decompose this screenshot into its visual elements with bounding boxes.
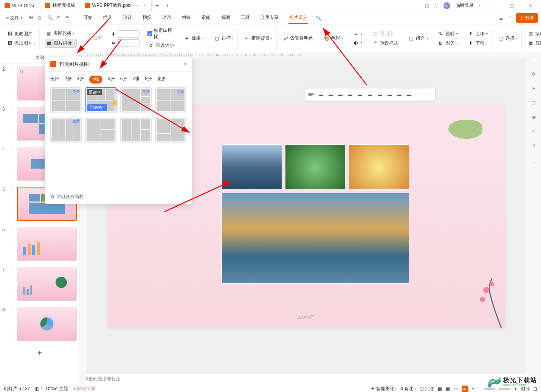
- view-reading-icon[interactable]: ▭: [454, 386, 458, 392]
- collapse-ribbon-icon[interactable]: ⌃: [508, 15, 512, 21]
- reset-style-button[interactable]: ↺重设样式: [372, 39, 400, 47]
- brightness-button[interactable]: ☀▾: [352, 31, 364, 38]
- image-collage[interactable]: [222, 144, 411, 284]
- ft-space-h-icon[interactable]: ▬: [395, 90, 404, 99]
- slideshow-play-button[interactable]: ▶: [462, 386, 468, 392]
- image-maple[interactable]: [349, 144, 409, 190]
- group-button[interactable]: ⬚组合▾: [408, 34, 429, 42]
- new-tab-button[interactable]: +: [152, 2, 163, 9]
- slide-thumb-8[interactable]: 8☆: [0, 304, 79, 344]
- image-mountain[interactable]: [222, 144, 282, 190]
- ft-crop-icon[interactable]: ▦▾: [307, 90, 316, 99]
- minimize-button[interactable]: —: [486, 3, 499, 8]
- maximize-button[interactable]: ▢: [505, 3, 518, 8]
- popup-tab-all[interactable]: 全部: [50, 76, 59, 84]
- tab-current-document[interactable]: WPS PPT教程.pptx ○ ×: [80, 0, 152, 11]
- settings-icon[interactable]: ⚙: [530, 70, 538, 78]
- box-icon[interactable]: ⬡: [434, 3, 438, 8]
- notes-toggle[interactable]: ≡ 备注 ▾: [400, 386, 416, 392]
- save-icon[interactable]: 🖫: [29, 15, 35, 21]
- view-sorter-icon[interactable]: ▦: [446, 386, 450, 392]
- border-button[interactable]: ▢边框▾: [213, 34, 235, 42]
- ft-ungroup-icon[interactable]: ⬚: [425, 90, 434, 99]
- ft-group-icon[interactable]: ⬚: [415, 90, 424, 99]
- file-menu-button[interactable]: ≡ 文件 ▾: [3, 13, 25, 23]
- close-button[interactable]: ×: [524, 3, 537, 8]
- ft-distribute-h-icon[interactable]: ▬: [375, 90, 384, 99]
- tab-design[interactable]: 设计: [122, 12, 133, 24]
- picture-stitch-button[interactable]: ▦图片拼接▾: [45, 39, 77, 48]
- tab-wps-office[interactable]: WPS Office: [0, 0, 40, 11]
- tab-review[interactable]: 审阅: [201, 12, 211, 24]
- redo-icon[interactable]: ↷: [65, 15, 71, 21]
- ft-space-v-icon[interactable]: ▬: [405, 90, 414, 99]
- tab-menu-button[interactable]: ▾: [163, 3, 172, 8]
- lock-ratio-checkbox[interactable]: ✓锁定纵横比: [147, 27, 175, 40]
- template-3[interactable]: 免费: [120, 87, 152, 113]
- image-lake[interactable]: [222, 193, 409, 284]
- sparkle-icon[interactable]: ✦: [530, 85, 538, 92]
- transparency-button[interactable]: ◫透明度: [372, 30, 400, 38]
- play-caret[interactable]: ▾: [472, 387, 474, 390]
- ft-align-center-icon[interactable]: ▬: [326, 90, 335, 99]
- select-button[interactable]: ⬚选择▾: [497, 34, 519, 42]
- ft-align-left-icon[interactable]: ▬: [316, 90, 326, 99]
- rotate-button[interactable]: ↻旋转▾: [437, 30, 459, 38]
- tab-docer-templates[interactable]: 找稻壳模板: [40, 0, 80, 11]
- width-input[interactable]: [117, 39, 140, 47]
- popup-tab-7[interactable]: 7张: [132, 76, 140, 84]
- beautify-button[interactable]: ✦ 智能美化 ▾: [371, 386, 397, 392]
- reset-size-button[interactable]: ↺重设大小: [147, 42, 175, 50]
- move-up-button[interactable]: ⬆上移▾: [467, 30, 489, 38]
- view-normal-icon[interactable]: ▦: [438, 386, 442, 392]
- missing-font-warning[interactable]: ● 缺失字体: [73, 386, 96, 392]
- ft-align-bottom-icon[interactable]: ▬: [366, 90, 375, 99]
- change-picture-button[interactable]: 🖼更改图片: [6, 30, 37, 38]
- ft-align-right-icon[interactable]: ▬: [336, 90, 345, 99]
- search-icon[interactable]: 🔍: [316, 15, 321, 21]
- minus-icon[interactable]: —: [530, 56, 538, 64]
- template-icon[interactable]: ▢: [530, 99, 538, 107]
- use-now-button[interactable]: 立即使用: [87, 104, 107, 111]
- popup-close-button[interactable]: ×: [184, 62, 186, 67]
- template-6[interactable]: [85, 117, 117, 143]
- tab-insert[interactable]: 插入: [102, 12, 113, 24]
- popup-tab-2[interactable]: 2张: [65, 76, 72, 84]
- image-leaf[interactable]: [285, 144, 346, 190]
- login-label[interactable]: 临时登录: [456, 2, 474, 9]
- popup-tab-3[interactable]: 3张: [77, 76, 84, 84]
- align-button[interactable]: ⊞对齐▾: [437, 39, 459, 47]
- login-caret-icon[interactable]: ▾: [479, 4, 481, 7]
- template-1[interactable]: 免费: [50, 87, 82, 113]
- theme-indicator[interactable]: ◧ 1_Office 主题: [35, 386, 68, 392]
- ft-align-top-icon[interactable]: ▬: [346, 90, 355, 99]
- slide-thumb-6[interactable]: 6☆: [0, 224, 79, 264]
- set-transparent-button[interactable]: 🖊设置透明色: [282, 34, 315, 42]
- remove-bg-button[interactable]: ✂抠除背景▾: [243, 34, 274, 42]
- tab-start[interactable]: 开始: [83, 12, 93, 24]
- tab-picture-tools[interactable]: 图片工具: [288, 12, 308, 24]
- template-4[interactable]: 免费: [155, 87, 187, 113]
- object-icon[interactable]: ◉: [530, 113, 538, 121]
- popup-tab-5[interactable]: 5张: [108, 76, 115, 84]
- template-8[interactable]: [155, 117, 187, 143]
- zoom-out-button[interactable]: −: [477, 386, 480, 392]
- slide-thumb-7[interactable]: 7☆: [0, 264, 79, 304]
- print-icon[interactable]: ⎙: [38, 15, 44, 21]
- new-slide-button[interactable]: +: [0, 344, 79, 362]
- color-button[interactable]: 🎨色彩▾: [322, 34, 344, 42]
- ft-distribute-v-icon[interactable]: ▬: [385, 90, 394, 99]
- tab-slideshow[interactable]: 放映: [181, 12, 192, 24]
- template-7[interactable]: [120, 117, 152, 143]
- effect-button[interactable]: ✦效果▾: [183, 34, 205, 42]
- crop-button[interactable]: ✂裁剪: [85, 34, 104, 42]
- move-down-button[interactable]: ⬇下移▾: [467, 39, 489, 47]
- multi-outline-button[interactable]: ▦多图轮播▾: [45, 29, 77, 37]
- cloud-icon[interactable]: ☁: [499, 15, 503, 21]
- share-button[interactable]: ⇧ 分享: [516, 13, 538, 23]
- more-icon[interactable]: ⬚: [530, 156, 538, 164]
- popup-tab-more[interactable]: 更多: [157, 76, 166, 84]
- undo-icon[interactable]: ↶: [56, 15, 62, 21]
- height-input[interactable]: [117, 30, 140, 38]
- notes-input[interactable]: 单击此处添加备注: [79, 373, 526, 384]
